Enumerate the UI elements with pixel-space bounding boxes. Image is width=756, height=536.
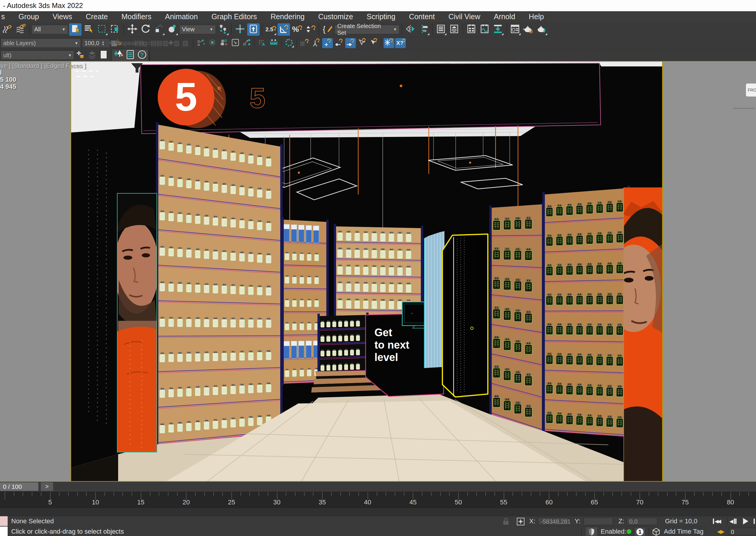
- rectangular-selection-region-button[interactable]: [96, 23, 108, 36]
- pivot-target-button[interactable]: [207, 38, 218, 48]
- create-layer-button[interactable]: ✚�speaking: [122, 38, 133, 48]
- adaptive-degradation-button[interactable]: [585, 527, 598, 536]
- grow-selection-button[interactable]: [242, 38, 252, 48]
- use-pivot-center-button[interactable]: [217, 23, 229, 36]
- toggle-scene-explorer-button[interactable]: [435, 23, 447, 36]
- window-crossing-button[interactable]: [109, 23, 121, 36]
- snap-freeze-button[interactable]: [384, 38, 394, 48]
- add-anim-layer-button[interactable]: [75, 50, 86, 60]
- render-production-button[interactable]: [535, 23, 548, 36]
- mirror-button[interactable]: [404, 23, 417, 36]
- select-in-layer-button[interactable]: ▤▥: [157, 38, 168, 48]
- snap-y-hook-button[interactable]: [311, 38, 321, 48]
- delete-layer-button[interactable]: ▯▤: [134, 38, 145, 48]
- layer-props-button[interactable]: ▧: [180, 38, 191, 48]
- snaps-toggle-button[interactable]: 2.5: [264, 23, 277, 36]
- next-frame-button[interactable]: >: [41, 482, 53, 491]
- unlink-selection-button[interactable]: [15, 23, 27, 36]
- selection-lock-icon[interactable]: [502, 518, 510, 527]
- percent-snap-toggle-button[interactable]: %: [291, 23, 303, 36]
- anim-layer-dropdown[interactable]: ult)▼: [1, 50, 74, 60]
- cursor-outline-hook-button[interactable]: [357, 38, 367, 48]
- paint-deform-button[interactable]: [230, 38, 241, 48]
- menu-arnold[interactable]: Arnold: [487, 11, 522, 22]
- viewport-label[interactable]: ve ] [Standard ] [Edged Faces ]: [1, 62, 86, 69]
- rendered-frame-window-button[interactable]: ⚙: [522, 23, 534, 36]
- add-selection-layer-button[interactable]: ✚▥: [169, 38, 179, 48]
- y-coordinate-field[interactable]: [584, 518, 613, 525]
- named-selection-set-dropdown[interactable]: Create Selection Set▼: [335, 25, 399, 34]
- select-and-scale-button[interactable]: [153, 23, 165, 36]
- snap-dots-button[interactable]: [195, 38, 206, 48]
- render-setup-button[interactable]: [509, 23, 521, 36]
- curve-editor-button[interactable]: [465, 23, 477, 36]
- menu-animation[interactable]: Animation: [158, 11, 205, 22]
- left-poster[interactable]: [114, 193, 159, 452]
- schematic-view-button[interactable]: [478, 23, 491, 36]
- frame-stepper-arrows[interactable]: ◀▶: [717, 528, 724, 535]
- selection-filter-dropdown[interactable]: All▼: [32, 25, 68, 34]
- blank-swatch-button[interactable]: [98, 50, 109, 60]
- z-coordinate-field[interactable]: 0,0: [627, 518, 657, 525]
- viewport-area[interactable]: 5 5: [0, 61, 756, 482]
- current-frame-field[interactable]: 0: [728, 528, 756, 535]
- second-viewport[interactable]: FRO: [663, 61, 756, 482]
- menu-scripting[interactable]: Scripting: [360, 11, 402, 22]
- reference-coordinate-dropdown[interactable]: View▼: [179, 25, 216, 34]
- play-button[interactable]: [743, 517, 748, 526]
- vegetation-tool-button[interactable]: [113, 50, 124, 60]
- menu-create[interactable]: Create: [79, 11, 115, 22]
- go-to-start-button[interactable]: ◀◀: [712, 517, 720, 526]
- select-and-rotate-button[interactable]: [139, 23, 152, 36]
- menu-rendering[interactable]: Rendering: [264, 11, 311, 22]
- absolute-mode-icon[interactable]: [516, 517, 525, 527]
- menu-help[interactable]: Help: [522, 11, 551, 22]
- help-mini-button[interactable]: ?: [137, 50, 147, 60]
- layer-weight-spinner[interactable]: 100,0 ▲▼: [82, 38, 110, 48]
- add-to-layer-button[interactable]: ▱▤: [146, 38, 156, 48]
- xview-button[interactable]: X?: [395, 38, 406, 48]
- snap-slider-hook-button[interactable]: [334, 38, 344, 48]
- angle-snap-toggle-button[interactable]: [278, 23, 290, 36]
- active-layer-dropdown[interactable]: able Layers)▼: [1, 38, 81, 48]
- add-time-tag[interactable]: Add Time Tag: [664, 526, 704, 536]
- previous-frame-button[interactable]: ◀: [729, 517, 737, 526]
- select-object-button[interactable]: [69, 23, 82, 36]
- spinner-arrows-icon[interactable]: ▲▼: [102, 41, 105, 46]
- menu-modifiers[interactable]: Modifiers: [115, 11, 158, 22]
- select-and-link-button[interactable]: [1, 23, 14, 36]
- degradation-level-button[interactable]: 1: [634, 527, 645, 536]
- select-and-move-button[interactable]: [126, 23, 139, 36]
- menu-content[interactable]: Content: [402, 11, 442, 22]
- menu-civil-view[interactable]: Civil View: [441, 11, 487, 22]
- blue-slat-panel[interactable]: [424, 231, 444, 368]
- cluster-tool-button[interactable]: [219, 38, 229, 48]
- selected-cabinet[interactable]: [442, 234, 488, 397]
- select-and-place-button[interactable]: [166, 23, 178, 36]
- anim-layers-stack-button[interactable]: [87, 50, 97, 60]
- cursor-filled-hook-button[interactable]: [368, 38, 379, 48]
- viewcube-chip[interactable]: FRO: [746, 84, 756, 96]
- edit-named-selection-sets-button[interactable]: {: [321, 23, 334, 36]
- select-and-manipulate-button[interactable]: [234, 23, 246, 36]
- notes-doc-button[interactable]: [125, 50, 136, 60]
- align-button[interactable]: [418, 23, 430, 36]
- menu-views[interactable]: Views: [46, 11, 79, 22]
- snap-grid-hook-button[interactable]: [299, 38, 310, 48]
- menu-group[interactable]: Group: [12, 11, 46, 22]
- x-coordinate-field[interactable]: -58348,281: [538, 518, 569, 525]
- spinner-snap-toggle-button[interactable]: [304, 23, 317, 36]
- menu-tools[interactable]: s: [0, 11, 12, 22]
- material-editor-button[interactable]: [492, 23, 504, 36]
- ruler-tool-button[interactable]: [268, 38, 279, 48]
- dot-circle-button[interactable]: [284, 38, 294, 48]
- toggle-layer-explorer-button[interactable]: [448, 23, 461, 36]
- track-bar-ruler[interactable]: 5101520253035404550556065707580: [0, 492, 756, 508]
- menu-graph-editors[interactable]: Graph Editors: [205, 11, 264, 22]
- time-slider[interactable]: 0 / 100: [0, 482, 38, 491]
- perspective-viewport-scene[interactable]: 5 5: [0, 61, 662, 482]
- snap-slider2-hook-button[interactable]: [345, 38, 356, 48]
- keyboard-shortcut-override-button[interactable]: [247, 23, 259, 36]
- select-by-name-button[interactable]: [83, 23, 95, 36]
- menu-customize[interactable]: Customize: [311, 11, 360, 22]
